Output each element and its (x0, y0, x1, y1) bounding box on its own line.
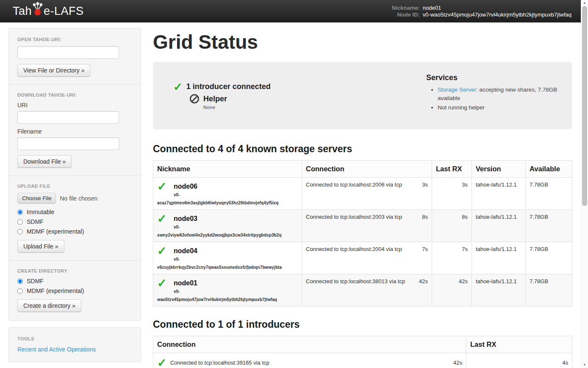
last-rx-cell: 3s (432, 178, 472, 210)
mkdir-format-option-sdmf[interactable]: SDMF (17, 278, 132, 284)
node-id-label: Node ID: (392, 11, 420, 18)
upload-radio-immutable[interactable] (17, 209, 23, 215)
check-icon: ✓ (157, 246, 174, 256)
download-filename-input[interactable] (17, 137, 119, 150)
check-icon: ✓ (157, 358, 167, 368)
sidebar-forms-panel: OPEN TAHOE-URI: View File or Directory »… (8, 28, 141, 321)
upload-format-option-mdmf[interactable]: MDMF (experimental) (17, 228, 132, 235)
top-header: Tah e-LAFS Nickname: node01 Node ID: v0-… (0, 0, 581, 22)
scroll-up-icon[interactable]: ▲ (581, 0, 588, 6)
introducers-heading: Connected to 1 of 1 introducers (153, 319, 572, 330)
scroll-down-icon[interactable]: ▼ (581, 362, 588, 368)
main-content: Grid Status ✓ 1 introducer connected Hel… (153, 28, 572, 368)
services-title: Services (426, 73, 561, 82)
node-id-value: v0-wao5tzv45pmoju47jow7rvl4ukirjm5ytbh2k… (423, 11, 571, 18)
choose-file-button[interactable]: Choose File (17, 193, 56, 204)
connection-text: Connected to tcp:localhost:2003 via tcp (306, 214, 402, 220)
storage-server-link[interactable]: Storage Server (438, 86, 476, 93)
server-nodeid-hash: v6zuyjkbrrkqy2bvc2cny7qwax5sxumedsxfzfjw… (157, 265, 298, 270)
tools-panel: TOOLS Recent and Active Operations (8, 327, 141, 362)
connection-time: 42s (419, 278, 428, 284)
tahoe-tree-icon (32, 2, 43, 16)
page-scrollbar[interactable]: ▲ ▼ (581, 0, 588, 368)
helper-service-status: Not running helper (438, 104, 485, 111)
connection-text: Connected to tcp:localhost:2006 via tcp (306, 181, 402, 188)
download-uri-input[interactable] (17, 111, 119, 124)
upload-radio-label: MDMF (experimental) (27, 228, 84, 235)
mkdir-radio-label: MDMF (experimental) (27, 287, 84, 294)
last-rx-cell: 4s (466, 353, 572, 368)
connection-time: 7s (422, 246, 428, 252)
server-nodeid-hash: wao5tzv45pmoju47jow7rvl4ukirjm5ytbh2kjty… (157, 297, 298, 302)
download-file-button[interactable]: Download File » (17, 155, 72, 168)
nickname-value: node01 (423, 5, 571, 11)
check-icon: ✓ (157, 278, 174, 288)
server-nodeid-prefix: v0- (174, 289, 298, 294)
upload-format-option-sdmf[interactable]: SDMF (17, 218, 132, 225)
helper-value: None (203, 105, 426, 110)
divider (9, 176, 141, 176)
connection-text: Connected to tcp:localhost:39165 via tcp (170, 358, 269, 366)
uri-field-label: URI (17, 102, 132, 109)
version-cell: tahoe-lafs/1.12.1 (472, 210, 526, 242)
connection-time: 42s (453, 358, 462, 366)
mkdir-radio-sdmf[interactable] (17, 279, 23, 284)
col-version: Version (472, 161, 526, 178)
server-row: ✓node04 v0- v6zuyjkbrrkqy2bvc2cny7qwax5s… (153, 242, 572, 274)
upload-radio-mdmf[interactable] (17, 229, 23, 234)
upload-radio-sdmf[interactable] (17, 219, 23, 225)
server-row: ✓node03 v0- swny2viyw63ofxwi4x2yykd2woqj… (153, 210, 572, 242)
nickname-label: Nickname: (392, 5, 420, 11)
col-connection: Connection (302, 161, 432, 178)
view-file-button[interactable]: View File or Directory » (17, 64, 90, 77)
upload-format-option-immutable[interactable]: Immutable (17, 209, 132, 215)
storage-servers-heading: Connected to 4 of 4 known storage server… (153, 143, 572, 155)
upload-radio-label: Immutable (27, 209, 54, 215)
node-info: Nickname: node01 Node ID: v0-wao5tzv45pm… (392, 5, 571, 18)
tahoe-lafs-logo: Tah e-LAFS (13, 5, 84, 18)
create-directory-button[interactable]: Create a directory » (17, 299, 81, 312)
connection-time: 8s (422, 214, 428, 220)
introducers-table: Connection Last RX ✓ Connected to tcp:lo… (153, 336, 572, 368)
upload-file-button[interactable]: Upload File » (17, 240, 64, 253)
table-header-row: Connection Last RX (153, 336, 572, 353)
brand-text-pre: Tah (13, 5, 32, 18)
col-last-rx: Last RX (466, 336, 572, 353)
divider (9, 260, 141, 261)
recent-operations-link[interactable]: Recent and Active Operations (17, 346, 96, 353)
table-header-row: Nickname Connection Last RX Version Avai… (153, 161, 572, 178)
server-nodeid-prefix: v0- (174, 192, 298, 197)
scrollbar-thumb[interactable] (582, 6, 587, 206)
file-chosen-status: No file chosen (60, 195, 97, 202)
service-item-storage: Storage Server: accepting new shares, 7.… (438, 86, 561, 102)
page-title: Grid Status (153, 31, 572, 53)
tools-label: TOOLS (17, 336, 132, 341)
status-left-column: ✓ 1 introducer connected Helper None (164, 72, 426, 118)
check-icon: ✓ (157, 214, 174, 224)
grid-status-summary: ✓ 1 introducer connected Helper None Ser… (153, 62, 572, 129)
mkdir-radio-label: SDMF (27, 278, 44, 284)
col-last-rx: Last RX (432, 161, 472, 178)
mkdir-radio-mdmf[interactable] (17, 288, 23, 294)
col-connection: Connection (153, 336, 466, 353)
version-cell: tahoe-lafs/1.12.1 (472, 242, 526, 274)
last-rx-cell: 42s (432, 274, 472, 307)
introducer-connected-text: 1 introducer connected (186, 82, 271, 91)
no-helper-icon (190, 94, 199, 103)
available-cell: 7.78GB (526, 210, 572, 242)
connection-text: Connected to tcp:localhost:2004 via tcp (306, 246, 402, 252)
sidebar: OPEN TAHOE-URI: View File or Directory »… (8, 28, 141, 362)
nickname-cell: ✓node03 v0- swny2viyw63ofxwi4x2yykd2woqj… (153, 210, 302, 242)
connection-cell: 3sConnected to tcp:localhost:2006 via tc… (302, 178, 432, 210)
available-cell: 7.78GB (526, 274, 572, 307)
download-uri-label: DOWNLOAD TAHOE-URI: (17, 92, 132, 98)
brand-text-post: e-LAFS (44, 5, 84, 18)
server-row: ✓node01 v0- wao5tzv45pmoju47jow7rvl4ukir… (153, 274, 572, 307)
mkdir-format-option-mdmf[interactable]: MDMF (experimental) (17, 287, 132, 294)
upload-radio-label: SDMF (27, 218, 44, 225)
storage-servers-table: Nickname Connection Last RX Version Avai… (153, 160, 572, 307)
server-nickname: node06 (174, 183, 197, 190)
available-cell: 7.78GB (526, 242, 572, 274)
open-uri-input[interactable] (17, 46, 119, 59)
connection-time: 3s (422, 181, 428, 188)
